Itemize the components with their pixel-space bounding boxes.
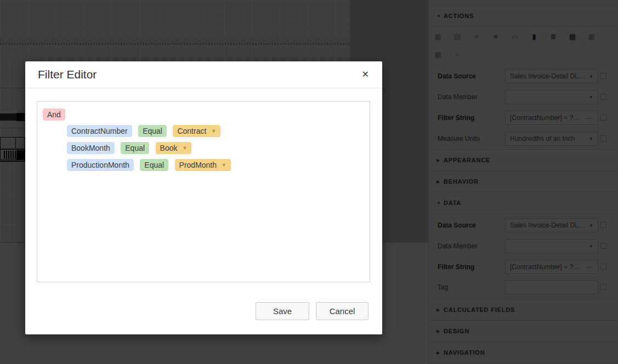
filter-condition-row: ContractNumber Equal Contract ▼	[67, 125, 220, 137]
filter-field-badge[interactable]: ContractNumber	[67, 125, 132, 137]
filter-editor-dialog: Filter Editor ✕ And ContractNumber Equal…	[25, 61, 382, 334]
chevron-down-icon: ▼	[211, 128, 216, 134]
filter-condition-row: ProductionMonth Equal ProdMonth ▼	[67, 159, 231, 171]
dialog-header: Filter Editor ✕	[25, 61, 382, 88]
filter-operator-badge[interactable]: Equal	[121, 142, 149, 154]
cancel-button[interactable]: Cancel	[316, 302, 368, 320]
save-button[interactable]: Save	[256, 302, 309, 320]
filter-value-badge[interactable]: ProdMonth ▼	[175, 159, 231, 171]
close-icon[interactable]: ✕	[360, 68, 371, 81]
filter-operator-badge[interactable]: Equal	[140, 159, 168, 171]
filter-value-text: ProdMonth	[179, 161, 217, 169]
filter-operator-badge[interactable]: Equal	[138, 125, 167, 137]
filter-value-text: Book	[160, 144, 178, 152]
filter-conditions-area: And ContractNumber Equal Contract ▼ Book…	[37, 101, 370, 282]
filter-value-text: Contract	[177, 127, 206, 135]
report-designer-screen: ▼ ACTIONS ▦ ▤ ≡ ≡ ▭ ▮ ≣ ▦ ▦ ▦ ≈ Data Sou…	[0, 0, 618, 364]
dialog-title: Filter Editor	[38, 68, 97, 81]
chevron-down-icon: ▼	[182, 145, 187, 151]
filter-field-badge[interactable]: ProductionMonth	[67, 159, 134, 171]
chevron-down-icon: ▼	[222, 162, 226, 168]
group-operator-badge[interactable]: And	[43, 109, 65, 121]
filter-condition-row: BookMonth Equal Book ▼	[67, 142, 191, 154]
filter-value-badge[interactable]: Book ▼	[156, 142, 192, 154]
filter-field-badge[interactable]: BookMonth	[67, 142, 115, 154]
filter-value-badge[interactable]: Contract ▼	[173, 125, 220, 137]
